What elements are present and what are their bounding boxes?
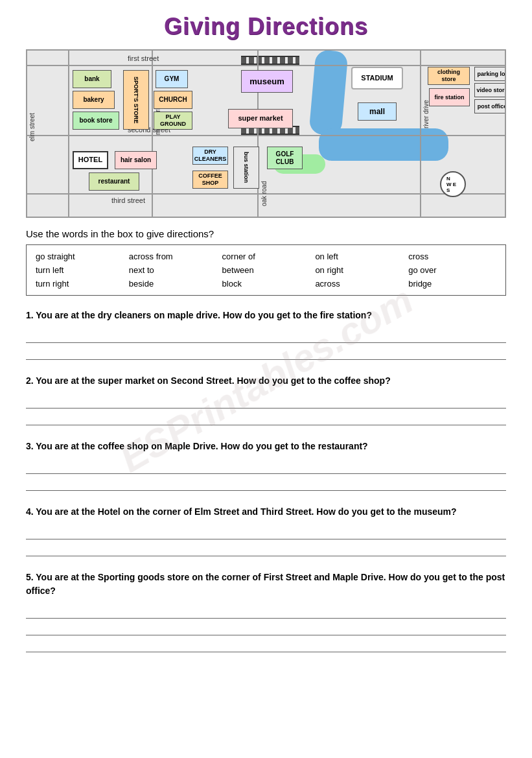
bookstore-building: book store	[73, 112, 119, 130]
map-area: first street second street third street …	[26, 49, 506, 218]
river-main	[308, 49, 348, 136]
instruction-text: Use the words in the box to give directi…	[26, 228, 506, 239]
question-item-2: 2. You are at the super market on Second…	[26, 374, 506, 425]
clothing-store-building: clothing store	[428, 67, 470, 85]
question-text-5: 5. You are at the Sporting goods store o…	[26, 571, 506, 598]
answer-line-5-3[interactable]	[26, 638, 506, 652]
playground-building: PLAY GROUND	[154, 112, 192, 130]
railroad-top	[241, 56, 299, 65]
question-text-3: 3. You are at the coffee shop on Maple D…	[26, 440, 506, 453]
fire-station-building: fire station	[429, 88, 470, 106]
first-street-line	[27, 65, 505, 66]
answer-line-3-1[interactable]	[26, 460, 506, 474]
bank-building: bank	[73, 70, 111, 88]
elm-street-label: elm street	[29, 89, 36, 141]
dry-cleaners-building: DRY CLEANERS	[192, 147, 228, 165]
word-go-straight: go straight	[33, 250, 126, 263]
word-between: between	[220, 264, 313, 276]
bus-station-building: bus station	[233, 147, 259, 189]
question-item-4: 4. You are at the Hotel on the corner of…	[26, 505, 506, 556]
stadium-building: STADIUM	[351, 67, 403, 89]
answer-line-4-1[interactable]	[26, 525, 506, 539]
word-next-to: next to	[126, 264, 220, 276]
page-title: Giving Directions	[26, 13, 506, 40]
question-text-2: 2. You are at the super market on Second…	[26, 374, 506, 388]
museum-building: museum	[241, 70, 293, 93]
word-across: across	[312, 278, 406, 290]
word-on-right: on right	[312, 264, 406, 276]
second-street-line	[27, 135, 505, 136]
word-across-from: across from	[126, 250, 220, 263]
church-building: CHURCH	[154, 91, 192, 109]
answer-line-5-1[interactable]	[26, 604, 506, 619]
answer-line-1-2[interactable]	[26, 346, 506, 360]
word-go-over: go over	[406, 264, 499, 276]
question-text-4: 4. You are at the Hotel on the corner of…	[26, 505, 506, 519]
word-cross: cross	[406, 250, 499, 263]
word-box: go straight across from corner of on lef…	[26, 244, 506, 296]
restaurant-building: restaurant	[89, 172, 139, 191]
parking-lot-building: parking lot	[474, 67, 506, 81]
video-store-building: video store	[474, 83, 506, 97]
elm-street-line	[68, 51, 69, 217]
third-street-label: third street	[111, 196, 145, 204]
questions-list: 1. You are at the dry cleaners on maple …	[26, 309, 506, 652]
gym-building: GYM	[156, 70, 188, 88]
hotel-building: HOTEL	[73, 151, 108, 169]
coffee-shop-building: COFFEE SHOP	[192, 171, 228, 189]
question-item-3: 3. You are at the coffee shop on Maple D…	[26, 440, 506, 491]
word-turn-right: turn right	[33, 278, 126, 290]
word-turn-left: turn left	[33, 264, 126, 276]
answer-line-5-2[interactable]	[26, 621, 506, 635]
maple-drive-line	[152, 51, 153, 217]
word-on-left: on left	[312, 250, 406, 263]
golf-club-building: GOLF CLUB	[267, 147, 303, 169]
question-item-1: 1. You are at the dry cleaners on maple …	[26, 309, 506, 360]
supermarket-building: super market	[228, 109, 293, 128]
word-block: block	[220, 278, 313, 290]
answer-line-2-1[interactable]	[26, 394, 506, 409]
answer-line-4-2[interactable]	[26, 542, 506, 556]
word-corner-of: corner of	[220, 250, 313, 263]
sports-store-building: SPORT'S STORE	[123, 70, 149, 130]
river-lower	[319, 128, 448, 161]
bakery-building: bakery	[73, 91, 115, 109]
answer-line-2-2[interactable]	[26, 411, 506, 425]
river-drive-line	[420, 51, 421, 217]
hair-salon-building: hair salon	[115, 151, 157, 169]
post-office-building: post office	[474, 99, 506, 113]
word-beside: beside	[126, 278, 220, 290]
answer-line-3-2[interactable]	[26, 477, 506, 491]
first-street-label: first street	[128, 54, 159, 62]
compass: NW ES	[440, 171, 466, 197]
mall-building: mall	[358, 102, 397, 121]
question-item-5: 5. You are at the Sporting goods store o…	[26, 571, 506, 652]
word-bridge: bridge	[406, 278, 499, 290]
question-text-1: 1. You are at the dry cleaners on maple …	[26, 309, 506, 322]
answer-line-1-1[interactable]	[26, 329, 506, 343]
